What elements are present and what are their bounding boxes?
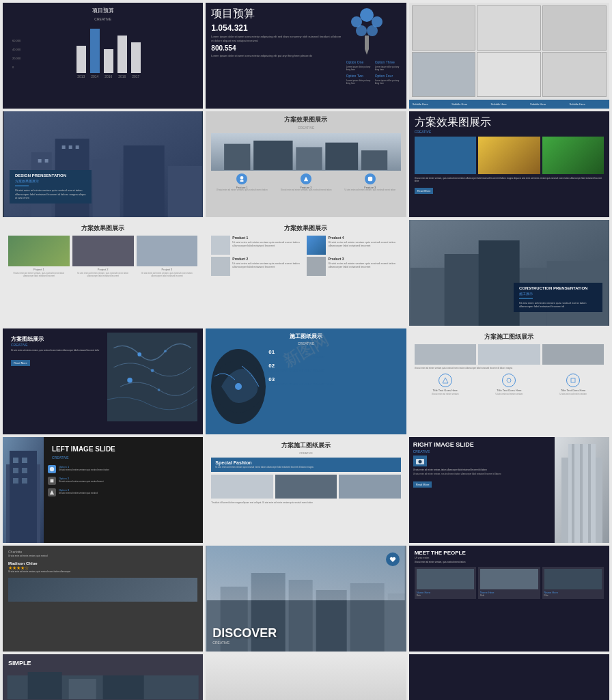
right-slide-btn[interactable]: Read More (413, 481, 432, 488)
slide12-title: 方案施工图纸展示 (415, 333, 604, 341)
numbered-layout: 01 LOREM IPSUM COLOR SIT AMET PUT ANY 02… (211, 349, 400, 424)
meet-role-3: Role (544, 594, 602, 597)
arch-box-2 (412, 52, 476, 97)
slide-dark-building: DESIGN PRENSENTATION 方案效果图展示 Ut wisi eni… (3, 111, 203, 217)
svg-rect-19 (253, 141, 292, 170)
slide2-title: 项目预算 (211, 7, 342, 21)
right-slide-subtitle: CREATIVE (413, 449, 551, 453)
svg-point-32 (138, 352, 142, 356)
option-row-1: Option 1 Ut wisi enim ad minim veniam qu… (48, 465, 199, 473)
slide10-title: 方案图纸展示 (11, 335, 101, 343)
special-fashion-box: Special Fashion Ut wisi enim ad minim ve… (211, 458, 400, 472)
overlay-box: DESIGN PRENSENTATION 方案效果图展示 Ut wisi eni… (10, 170, 92, 204)
icon-3 (566, 374, 580, 387)
x-label-4: 2016 (117, 74, 127, 79)
num-1: 01 (268, 349, 400, 355)
bar-5 (131, 42, 141, 73)
bottom-building (3, 672, 203, 699)
arch-grid (409, 3, 609, 100)
right-image-panel (555, 437, 609, 543)
option-2-icon (48, 477, 56, 485)
sub-cell-1: Subtitle Here (412, 102, 449, 107)
feature-3-desc: Ut wisi enim ad minim veniam, quis nostr… (339, 189, 401, 192)
num-2: 02 (268, 363, 400, 369)
right-slide-layout: RIGHT IMAGE SLIDE CREATIVE Ut wisi enim … (409, 437, 609, 543)
svg-rect-11 (124, 145, 165, 217)
project-2: Project 2 Ut wisi enim ad minim veniam, … (72, 236, 134, 277)
feature-3-icon (365, 173, 376, 184)
construction-desc: Ut wisi enim ad minim veniam quis nostru… (519, 301, 597, 309)
heart-button[interactable] (386, 552, 400, 566)
icon-1 (439, 374, 452, 387)
meet-card-3: Name Here Role (542, 567, 604, 599)
y-label-1: 60,000 (12, 39, 20, 42)
svg-rect-70 (28, 672, 62, 699)
right-slide-extra: Ut wisi enim ad minim veniam, nos trud e… (413, 473, 551, 476)
sub-cell-4: Subtitle Here (529, 102, 567, 107)
slide11-subtitle: CREATIVE (211, 341, 400, 346)
slide-plan-dark: 方案图纸展示 CREATIVE Ut wisi enim ad minim ve… (3, 328, 203, 434)
svg-rect-44 (13, 458, 18, 463)
svg-rect-72 (103, 675, 144, 699)
slide-budget-numbers: 项目预算 1.054.321 Lorem ipsum dolor sit ame… (206, 3, 406, 109)
proj-img-1 (8, 236, 70, 266)
svg-rect-10 (93, 159, 120, 217)
right-slide-desc: Ut wisi enim ad minim veniam, tation ull… (413, 468, 551, 471)
meet-img-3 (544, 569, 602, 589)
num-item-3: 03 LOREM IPSUM COLOR SIT AMET PUT ANY TH… (268, 376, 400, 386)
slide-construction: CONSTRUCTION PRENSENTATION 施工展示 Ut wisi … (409, 220, 609, 326)
placeholder-images (211, 475, 400, 499)
right-text-panel: RIGHT IMAGE SLIDE CREATIVE Ut wisi enim … (409, 437, 555, 543)
product-1: Product 1 Ut wisi enim ad minim veniam q… (211, 236, 305, 255)
feature-3: Feature 3 Ut wisi enim ad minim veniam, … (339, 173, 401, 192)
svg-point-34 (151, 369, 154, 372)
option-one: Option One (346, 60, 372, 64)
slide10-btn[interactable]: Read More (11, 360, 30, 366)
num-3: 03 (268, 376, 400, 382)
slide-left-image: LEFT IMAGE SLIDE CREATIVE Option 1 Ut wi… (3, 437, 203, 543)
proj-img-3 (137, 236, 198, 266)
sub-cell-5: Subtitle Here (569, 102, 607, 107)
option-1-content: Option 1 Ut wisi enim ad minim veniam qu… (59, 465, 199, 472)
left-slide-title: LEFT IMAGE SLIDE (48, 441, 199, 453)
feature-1-desc: Ut wisi enim ad minim veniam, quis nostr… (211, 189, 273, 192)
discover-overlay: DISCOVER CREATIVE (212, 626, 277, 645)
prod-text-4: Ut wisi enim ad minim veniam quis nostru… (328, 240, 400, 247)
icons-row: Title Text Goes Here Ut wisi enim ad min… (415, 374, 604, 395)
meet-subtitle: Ut wisi enim (415, 556, 604, 559)
map-display (107, 333, 197, 421)
slide6-read-more[interactable]: Read More (415, 188, 434, 194)
svg-rect-49 (22, 478, 27, 484)
arch-box-5 (542, 5, 607, 51)
slide-testimonials: Charlotte Ut wisi enim ad minim veniam, … (3, 546, 203, 652)
svg-rect-43 (10, 451, 37, 543)
svg-rect-68 (207, 546, 405, 600)
arch-box-4 (477, 52, 541, 97)
prod-img-2 (211, 257, 230, 276)
num-label-3: LOREM IPSUM COLOR SIT AMET PUT ANY THING (268, 382, 400, 386)
sf-title: Special Fashion (215, 460, 396, 465)
prod-title-2: Product 2 (232, 257, 305, 261)
sub-cell-2: Subtitle Here (451, 102, 488, 107)
svg-rect-40 (571, 378, 575, 382)
svg-rect-67 (388, 593, 405, 652)
bar-2 (90, 29, 100, 73)
overlay-desc: Ut wisi enim ad minim veniam quis nostru… (15, 188, 86, 200)
num-label-2: LOREM IPSUM COLOR SIT AMET PUT ANY (268, 369, 400, 372)
meet-img-1 (417, 569, 474, 589)
ph-img-1 (211, 475, 273, 499)
sub-cell-3: Subtitle Here (490, 102, 528, 107)
svg-rect-16 (69, 145, 72, 149)
proj-img-2 (72, 236, 134, 266)
num-item-1: 01 LOREM IPSUM COLOR SIT AMET PUT ANY (268, 349, 400, 359)
project-1: Project 1 Ut wisi enim ad minim veniam, … (8, 236, 70, 277)
icon-label-2: Title Text Goes Here (495, 389, 523, 392)
arch-box-1 (412, 5, 476, 51)
bottom-row: SIMPLE (0, 654, 612, 700)
arch-img-3 (542, 344, 604, 365)
svg-rect-14 (45, 159, 48, 163)
slide2-options: Option One Lorem ipsum dolor put any thi… (346, 60, 401, 85)
prod-title-3: Product 3 (328, 257, 400, 261)
option-3-icon (48, 488, 56, 496)
icon-2 (502, 374, 516, 387)
